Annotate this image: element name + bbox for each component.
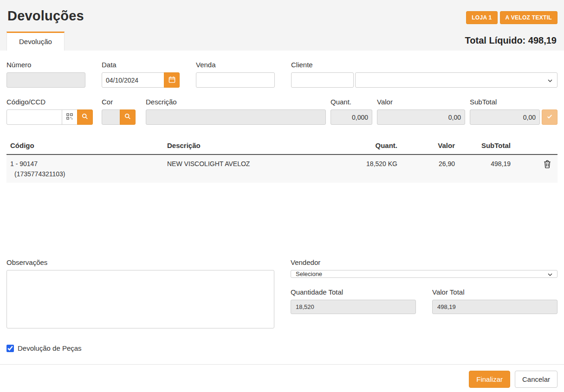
cliente-label: Cliente — [291, 61, 558, 69]
header-buttons: LOJA 1 A VELOZ TEXTIL — [466, 8, 558, 24]
footer-actions: Finalizar Cancelar — [0, 364, 564, 392]
page-title: Devoluções — [7, 8, 84, 24]
cell-actions — [514, 155, 558, 174]
col-valor: Valor — [401, 138, 459, 154]
form-row-2: Código/CCD — [6, 98, 558, 125]
quant-label: Quant. — [331, 98, 372, 106]
venda-input[interactable] — [196, 72, 275, 88]
numero-label: Número — [6, 61, 85, 69]
codigo-line2: (1735774321103) — [10, 170, 160, 178]
barcode-button[interactable] — [62, 109, 78, 125]
valor-total-label: Valor Total — [432, 288, 558, 296]
col-subtotal: SubTotal — [459, 138, 514, 154]
top-area: Devoluções LOJA 1 A VELOZ TEXTIL Devoluç… — [0, 0, 564, 51]
quant-input — [331, 109, 372, 125]
cell-descricao: NEW VISCOLIGHT AVELOZ — [163, 155, 349, 173]
valor-label: Valor — [377, 98, 465, 106]
form-row-1: Número Data — [6, 61, 558, 88]
codigo-ccd-input[interactable] — [6, 109, 62, 125]
store-button[interactable]: LOJA 1 — [466, 11, 497, 24]
quantidade-total-label: Quantidade Total — [291, 288, 416, 296]
cell-quant: 18,520 KG — [349, 155, 401, 173]
cliente-select[interactable] — [355, 72, 558, 88]
vendedor-select[interactable]: Selecione — [291, 270, 558, 278]
col-actions — [514, 138, 558, 146]
page-header: Devoluções LOJA 1 A VELOZ TEXTIL — [6, 8, 558, 24]
total-liquido: Total Líquido: 498,19 — [465, 35, 558, 51]
col-quant: Quant. — [349, 138, 401, 154]
numero-input — [6, 72, 85, 88]
calendar-button[interactable] — [164, 72, 180, 88]
main-content: Número Data — [0, 61, 564, 352]
col-codigo: Código — [6, 138, 163, 154]
trash-icon — [544, 163, 551, 170]
vendedor-label: Vendedor — [291, 258, 558, 266]
cliente-input[interactable] — [291, 72, 354, 88]
finalizar-button[interactable]: Finalizar — [469, 371, 510, 388]
cor-label: Cor — [102, 98, 136, 106]
codigo-ccd-label: Código/CCD — [6, 98, 93, 106]
observacoes-label: Observações — [6, 258, 274, 266]
valor-total-input — [432, 300, 558, 314]
quantidade-total-input — [291, 300, 416, 314]
cell-subtotal: 498,19 — [459, 155, 514, 173]
cor-input — [102, 109, 120, 125]
table-header: Código Descrição Quant. Valor SubTotal — [6, 138, 558, 155]
venda-label: Venda — [196, 61, 275, 69]
chevron-down-icon — [548, 77, 552, 84]
descricao-input — [146, 109, 326, 125]
tab-devolucao[interactable]: Devolução — [6, 32, 65, 51]
subtotal-input — [470, 109, 540, 125]
devolucao-pecas-label: Devolução de Peças — [18, 344, 82, 352]
items-table: Código Descrição Quant. Valor SubTotal 1… — [6, 138, 558, 255]
tab-bar: Devolução Total Líquido: 498,19 — [6, 32, 558, 51]
cancelar-button[interactable]: Cancelar — [515, 371, 558, 388]
devolucao-pecas-checkbox[interactable] — [6, 345, 14, 352]
table-row: 1 - 90147 (1735774321103) NEW VISCOLIGHT… — [6, 155, 558, 183]
subtotal-label: SubTotal — [470, 98, 558, 106]
valor-input — [377, 109, 465, 125]
cell-codigo: 1 - 90147 (1735774321103) — [6, 155, 163, 183]
devolucao-pecas-row: Devolução de Peças — [6, 344, 558, 352]
company-button[interactable]: A VELOZ TEXTIL — [500, 11, 558, 24]
barcode-icon — [66, 113, 73, 121]
check-icon — [546, 113, 553, 121]
vendedor-select-value: Selecione — [296, 270, 322, 277]
cell-valor: 26,90 — [401, 155, 459, 173]
delete-row-button[interactable] — [544, 160, 551, 168]
lower-section: Observações Vendedor Selecione Quantidad… — [6, 258, 558, 328]
codigo-search-button[interactable] — [77, 109, 93, 125]
data-label: Data — [102, 61, 180, 69]
col-descricao: Descrição — [163, 138, 349, 154]
search-icon — [124, 113, 131, 121]
descricao-label: Descrição — [146, 98, 326, 106]
chevron-down-icon — [548, 270, 552, 277]
data-input[interactable] — [102, 72, 164, 88]
codigo-line1: 1 - 90147 — [10, 160, 160, 167]
calendar-icon — [169, 76, 175, 84]
observacoes-textarea[interactable] — [6, 270, 274, 328]
confirm-item-button[interactable] — [542, 109, 558, 125]
search-icon — [82, 113, 88, 121]
cor-search-button[interactable] — [120, 109, 136, 125]
